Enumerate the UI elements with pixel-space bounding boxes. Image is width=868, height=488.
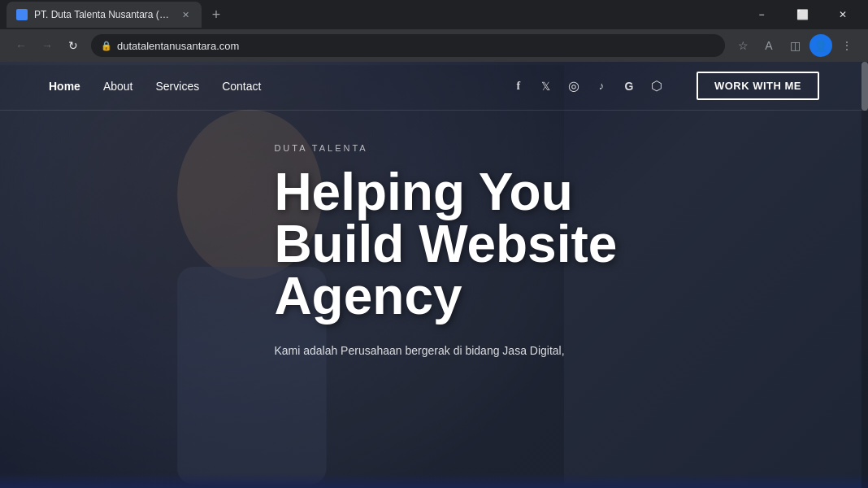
extensions-button[interactable]: ◫ xyxy=(783,34,806,57)
nav-contact[interactable]: Contact xyxy=(222,80,261,93)
nav-links: Home About Services Contact xyxy=(49,80,261,93)
hero-title-line1: Helping You xyxy=(274,163,572,221)
nav-home[interactable]: Home xyxy=(49,80,80,93)
profile-button[interactable]: 👤 xyxy=(809,34,832,57)
url-text: dutatalentanusantara.com xyxy=(117,40,239,52)
instagram-icon[interactable]: ◎ xyxy=(566,79,581,94)
work-with-me-button[interactable]: WORK WITH ME xyxy=(697,72,819,100)
translate-icon[interactable]: A xyxy=(757,34,780,57)
bottom-gradient xyxy=(0,473,868,488)
browser-frame: PT. Duta Talenta Nusantara (D... ✕ + − ⬜… xyxy=(0,0,868,488)
nav-social: f 𝕏 ◎ ♪ G ⬡ WORK WITH ME xyxy=(511,72,819,100)
hero-title: Helping You Build Website Agency xyxy=(274,166,680,322)
hero-title-line3: Agency xyxy=(274,267,462,325)
scrollbar-track[interactable] xyxy=(861,62,868,488)
meetup-icon[interactable]: ⬡ xyxy=(649,79,664,94)
tab-favicon xyxy=(16,9,28,20)
address-bar-actions: ☆ A ◫ 👤 ⋮ xyxy=(731,34,858,57)
url-bar[interactable]: 🔒 dutatalentanusantara.com xyxy=(91,34,725,57)
security-lock-icon: 🔒 xyxy=(101,41,112,51)
facebook-icon[interactable]: f xyxy=(511,79,526,94)
tiktok-icon[interactable]: ♪ xyxy=(594,79,609,94)
tab-close-button[interactable]: ✕ xyxy=(179,8,192,21)
close-button[interactable]: ✕ xyxy=(824,2,861,28)
hero-title-line2: Build Website xyxy=(274,215,617,273)
new-tab-icon: + xyxy=(212,7,221,24)
hero-content: DUTA TALENTA Helping You Build Website A… xyxy=(274,143,680,359)
active-tab[interactable]: PT. Duta Talenta Nusantara (D... ✕ xyxy=(7,2,202,28)
hero-subtitle: DUTA TALENTA xyxy=(274,143,680,153)
refresh-button[interactable]: ↻ xyxy=(62,34,85,57)
back-button[interactable]: ← xyxy=(10,34,33,57)
nav-about[interactable]: About xyxy=(103,80,133,93)
website-content: Home About Services Contact f 𝕏 ◎ ♪ G ⬡ … xyxy=(0,62,868,488)
hero-description: Kami adalah Perusahaan bergerak di bidan… xyxy=(274,342,680,359)
new-tab-button[interactable]: + xyxy=(205,3,228,26)
window-controls: − ⬜ ✕ xyxy=(743,2,861,28)
twitter-icon[interactable]: 𝕏 xyxy=(539,79,553,94)
bookmark-button[interactable]: ☆ xyxy=(731,34,754,57)
maximize-button[interactable]: ⬜ xyxy=(783,2,821,28)
tab-strip: PT. Duta Talenta Nusantara (D... ✕ + xyxy=(7,2,736,28)
tab-title: PT. Duta Talenta Nusantara (D... xyxy=(34,9,172,20)
google-icon[interactable]: G xyxy=(622,79,636,94)
minimize-button[interactable]: − xyxy=(743,2,780,28)
nav-services[interactable]: Services xyxy=(156,80,200,93)
scrollbar-thumb[interactable] xyxy=(861,62,868,111)
navbar: Home About Services Contact f 𝕏 ◎ ♪ G ⬡ … xyxy=(0,62,868,111)
menu-button[interactable]: ⋮ xyxy=(835,34,858,57)
forward-button[interactable]: → xyxy=(36,34,59,57)
nav-buttons: ← → ↻ xyxy=(10,34,85,57)
address-bar: ← → ↻ 🔒 dutatalentanusantara.com ☆ A ◫ 👤… xyxy=(0,29,868,62)
title-bar: PT. Duta Talenta Nusantara (D... ✕ + − ⬜… xyxy=(0,0,868,29)
